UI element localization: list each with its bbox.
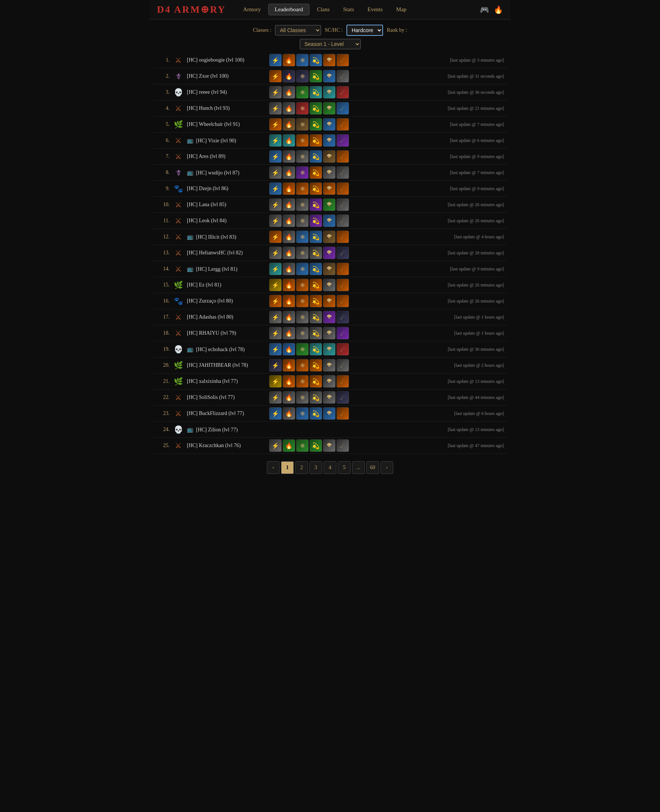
skill-icon[interactable]: 🌪 <box>323 391 336 404</box>
skill-icon[interactable]: ❄ <box>296 263 309 275</box>
table-row[interactable]: 23.⚔[HC] BuckFlizzard (lvl 77)⚡🔥❄💫🌪☄[las… <box>153 406 507 422</box>
skill-icon[interactable]: 🌪 <box>323 295 336 307</box>
table-row[interactable]: 4.⚔[HC] Hunch (lvl 93)⚡🔥❄💫🌪☄[last update… <box>153 100 507 117</box>
skill-icon[interactable]: ❄ <box>296 166 309 179</box>
skill-icon[interactable]: 🌪 <box>323 134 336 147</box>
player-name[interactable]: 📺 [HC] wudijo (lvl 87) <box>187 169 269 176</box>
player-name[interactable]: [HC] Ez (lvl 81) <box>187 282 269 288</box>
pagination-prev[interactable]: ‹ <box>267 461 279 474</box>
skill-icon[interactable]: 🔥 <box>282 375 295 388</box>
skill-icon[interactable]: 💫 <box>309 70 322 82</box>
skill-icon[interactable]: 🔥 <box>282 54 295 66</box>
player-name[interactable]: 📺 [HC] Vixie (lvl 90) <box>187 138 269 144</box>
skill-icon[interactable]: ❄ <box>296 327 309 340</box>
skill-icon[interactable]: ❄ <box>296 150 309 163</box>
skill-icon[interactable]: 💫 <box>309 311 322 323</box>
skill-icon[interactable]: 🌪 <box>323 439 336 452</box>
skill-icon[interactable]: 🌪 <box>323 375 336 388</box>
skill-icon[interactable]: ⚡ <box>269 391 282 404</box>
skill-icon[interactable]: 💫 <box>309 263 322 275</box>
skill-icon[interactable]: ⚡ <box>269 230 282 243</box>
skill-icon[interactable]: 🌪 <box>323 263 336 275</box>
player-name[interactable]: 📺 [HC] echohack (lvl 78) <box>187 346 269 353</box>
skill-icon[interactable]: 🌪 <box>323 86 336 99</box>
notification-icon[interactable]: 🔥 <box>494 5 503 14</box>
skill-icon[interactable]: 🌪 <box>323 214 336 227</box>
skill-icon[interactable]: ☄ <box>336 198 349 211</box>
skill-icon[interactable]: 🔥 <box>282 263 295 275</box>
table-row[interactable]: 1.⚔[HC] oogieboogie (lvl 100)⚡🔥❄💫🌪☄[last… <box>153 52 507 68</box>
skill-icon[interactable]: 💫 <box>309 150 322 163</box>
skill-icon[interactable]: ⚡ <box>269 54 282 66</box>
skill-icon[interactable]: ❄ <box>296 214 309 227</box>
skill-icon[interactable]: 💫 <box>309 407 322 420</box>
table-row[interactable]: 25.⚔[HC] Kraczchkan (lvl 76)⚡🔥❄💫🌪☄[last … <box>153 438 507 454</box>
table-row[interactable]: 11.⚔[HC] Leok (lvl 84)⚡🔥❄💫🌪☄[last update… <box>153 213 507 229</box>
table-row[interactable]: 14.⚔📺 [HC] Lergg (lvl 81)⚡🔥❄💫🌪☄[last upd… <box>153 261 507 277</box>
player-name[interactable]: 📺 [HC] Illicit (lvl 83) <box>187 234 269 240</box>
table-row[interactable]: 21.🌿[HC] xalxixinha (lvl 77)⚡🔥❄💫🌪☄[last … <box>153 374 507 389</box>
skill-icon[interactable]: 💫 <box>309 327 322 340</box>
player-name[interactable]: [HC] Zurzaço (lvl 80) <box>187 298 269 304</box>
skill-icon[interactable]: ⚡ <box>269 166 282 179</box>
skill-icon[interactable]: 💫 <box>309 166 322 179</box>
skill-icon[interactable]: ⚡ <box>269 311 282 323</box>
skill-icon[interactable]: 🌪 <box>323 54 336 66</box>
skill-icon[interactable]: 🌪 <box>323 182 336 195</box>
player-name[interactable]: [HC] xalxixinha (lvl 77) <box>187 378 269 384</box>
skill-icon[interactable]: 💫 <box>309 295 322 307</box>
skill-icon[interactable]: ❄ <box>296 359 309 372</box>
skill-icon[interactable]: 💫 <box>309 375 322 388</box>
player-name[interactable]: [HC] Zxor (lvl 100) <box>187 73 269 79</box>
skill-icon[interactable]: 🔥 <box>282 70 295 82</box>
skill-icon[interactable]: ⚡ <box>269 134 282 147</box>
skill-icon[interactable]: 🔥 <box>282 118 295 131</box>
skill-icon[interactable]: 🔥 <box>282 359 295 372</box>
table-row[interactable]: 16.🐾[HC] Zurzaço (lvl 80)⚡🔥❄💫🌪☄[last upd… <box>153 293 507 309</box>
skill-icon[interactable]: ❄ <box>296 54 309 66</box>
skill-icon[interactable]: 💫 <box>309 230 322 243</box>
skill-icon[interactable]: 🔥 <box>282 198 295 211</box>
skill-icon[interactable]: 🌪 <box>323 311 336 323</box>
skill-icon[interactable]: 💫 <box>309 182 322 195</box>
skill-icon[interactable]: ⚡ <box>269 359 282 372</box>
skill-icon[interactable]: ❄ <box>296 439 309 452</box>
skill-icon[interactable]: 💫 <box>309 214 322 227</box>
skill-icon[interactable]: 🌪 <box>323 118 336 131</box>
table-row[interactable]: 7.⚔[HC] Ares (lvl 89)⚡🔥❄💫🌪☄[last update … <box>153 149 507 165</box>
skill-icon[interactable]: 🔥 <box>282 439 295 452</box>
skill-icon[interactable]: ⚡ <box>269 198 282 211</box>
player-name[interactable]: [HC] Dzejn (lvl 86) <box>187 186 269 192</box>
player-name[interactable]: 📺 [HC] Zilion (lvl 77) <box>187 427 269 433</box>
skill-icon[interactable]: 💫 <box>309 279 322 291</box>
table-row[interactable]: 12.⚔📺 [HC] Illicit (lvl 83)⚡🔥❄💫🌪☄[last u… <box>153 229 507 245</box>
classes-select[interactable]: All Classes Barbarian Druid Necromancer … <box>275 25 321 35</box>
skill-icon[interactable]: 💫 <box>309 391 322 404</box>
table-row[interactable]: 8.🗡📺 [HC] wudijo (lvl 87)⚡🔥❄💫🌪☄[last upd… <box>153 165 507 181</box>
table-row[interactable]: 10.⚔[HC] Lana (lvl 85)⚡🔥❄💫🌪☄[last update… <box>153 197 507 213</box>
skill-icon[interactable]: ☄ <box>336 343 349 356</box>
player-name[interactable]: [HC] BuckFlizzard (lvl 77) <box>187 410 269 416</box>
pagination-next[interactable]: › <box>381 461 393 474</box>
skill-icon[interactable]: ⚡ <box>269 375 282 388</box>
skill-icon[interactable]: 🔥 <box>282 102 295 115</box>
skill-icon[interactable]: 💫 <box>309 118 322 131</box>
skill-icon[interactable]: 🔥 <box>282 230 295 243</box>
pagination-page-4[interactable]: 4 <box>324 461 336 474</box>
table-row[interactable]: 22.⚔[HC] SoliSolis (lvl 77)⚡🔥❄💫🌪☄[last u… <box>153 389 507 406</box>
skill-icon[interactable]: 🔥 <box>282 166 295 179</box>
skill-icon[interactable]: ☄ <box>336 214 349 227</box>
skill-icon[interactable]: ☄ <box>336 359 349 372</box>
skill-icon[interactable]: 💫 <box>309 86 322 99</box>
skill-icon[interactable]: ⚡ <box>269 182 282 195</box>
skill-icon[interactable]: ☄ <box>336 166 349 179</box>
skill-icon[interactable]: 🔥 <box>282 247 295 259</box>
table-row[interactable]: 2.🗡[HC] Zxor (lvl 100)⚡🔥❄💫🌪☄[last update… <box>153 68 507 84</box>
skill-icon[interactable]: ☄ <box>336 327 349 340</box>
skill-icon[interactable]: ⚡ <box>269 70 282 82</box>
skill-icon[interactable]: 🌪 <box>323 70 336 82</box>
skill-icon[interactable]: ⚡ <box>269 247 282 259</box>
skill-icon[interactable]: ❄ <box>296 70 309 82</box>
skill-icon[interactable]: ❄ <box>296 375 309 388</box>
skill-icon[interactable]: 🌪 <box>323 279 336 291</box>
